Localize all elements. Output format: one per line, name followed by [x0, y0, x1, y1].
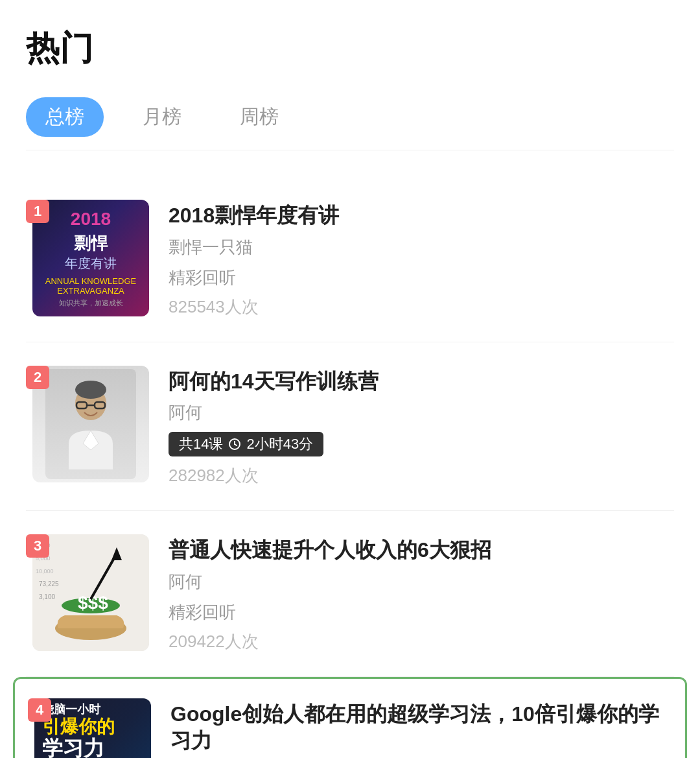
tab-bar: 总榜 月榜 周榜 — [26, 97, 674, 150]
svg-text:3,100: 3,100 — [39, 593, 55, 600]
list-item[interactable]: 1 2018 剽悍 年度有讲 ANNUAL KNOWLEDGE EXTRAVAG… — [26, 176, 674, 342]
rank-badge-4: 4 — [28, 698, 51, 722]
rank-badge-2: 2 — [26, 366, 49, 389]
finance-graphic: 1,000 5,000 10,000 $$$ 73,225 3,100 — [32, 534, 149, 651]
item-status-3: 精彩回听 — [169, 601, 674, 624]
list-item-3[interactable]: 3 1,000 5,000 10,000 $$$ 73,225 — [26, 511, 674, 677]
tab-weekly[interactable]: 周榜 — [220, 97, 298, 137]
course-tag: 共14课 2小时43分 — [169, 432, 323, 456]
thumbnail-3: 1,000 5,000 10,000 $$$ 73,225 3,100 — [32, 534, 149, 651]
item-title-3: 普通人快速提升个人收入的6大狠招 — [169, 537, 674, 564]
item-title-2: 阿何的14天写作训练营 — [169, 368, 674, 396]
thumbnail-1: 2018 剽悍 年度有讲 ANNUAL KNOWLEDGE EXTRAVAGAN… — [32, 200, 149, 316]
item-author-3: 阿何 — [169, 571, 674, 593]
item-author-1: 剽悍一只猫 — [169, 236, 674, 259]
svg-text:73,225: 73,225 — [39, 580, 59, 587]
duration-label: 2小时43分 — [246, 434, 313, 454]
person-silhouette — [58, 379, 123, 469]
course-count-label: 共14课 — [179, 434, 223, 454]
item-content-1: 2018剽悍年度有讲 剽悍一只猫 精彩回听 825543人次 — [169, 200, 674, 318]
item-views-3: 209422人次 — [169, 630, 674, 653]
tab-total[interactable]: 总榜 — [26, 97, 104, 137]
item-views-1: 825543人次 — [169, 296, 674, 318]
item-content-3: 普通人快速提升个人收入的6大狠招 阿何 精彩回听 209422人次 — [169, 534, 674, 653]
tab-monthly[interactable]: 月榜 — [123, 97, 201, 137]
page-container: 热门 总榜 月榜 周榜 1 2018 剽悍 年度有讲 ANNUAL KNOWLE… — [0, 0, 700, 758]
item-title-4: Google创始人都在用的超级学习法，10倍引爆你的学习力 — [170, 701, 672, 755]
list-item-2[interactable]: 2 — [26, 342, 674, 512]
thumbnail-2 — [32, 366, 149, 482]
item-status-1: 精彩回听 — [169, 266, 674, 289]
item-title-1: 2018剽悍年度有讲 — [169, 202, 674, 230]
svg-point-4 — [75, 381, 106, 399]
item-tag-row-2: 共14课 2小时43分 — [169, 432, 674, 456]
clock-icon — [228, 438, 241, 451]
item-author-2: 阿何 — [169, 401, 674, 424]
svg-text:10,000: 10,000 — [36, 568, 54, 574]
item-views-2: 282982人次 — [169, 464, 674, 487]
rank-badge-3: 3 — [26, 534, 49, 558]
list-item-4[interactable]: 4 烧脑一小时 引爆你的 学习力 深度理解费曼学习法 微软比尔盖茨、Google… — [13, 677, 687, 758]
page-title: 热门 — [26, 26, 674, 71]
svg-line-7 — [235, 444, 237, 445]
rank-badge-1: 1 — [26, 200, 49, 223]
item-content-2: 阿何的14天写作训练营 阿何 共14课 2小时43分 282982人次 — [169, 366, 674, 488]
item-content-4: Google创始人都在用的超级学习法，10倍引爆你的学习力 kris 精彩回听 … — [170, 698, 672, 758]
thumbnail-4: 烧脑一小时 引爆你的 学习力 深度理解费曼学习法 微软比尔盖茨、Google创始… — [34, 698, 151, 758]
